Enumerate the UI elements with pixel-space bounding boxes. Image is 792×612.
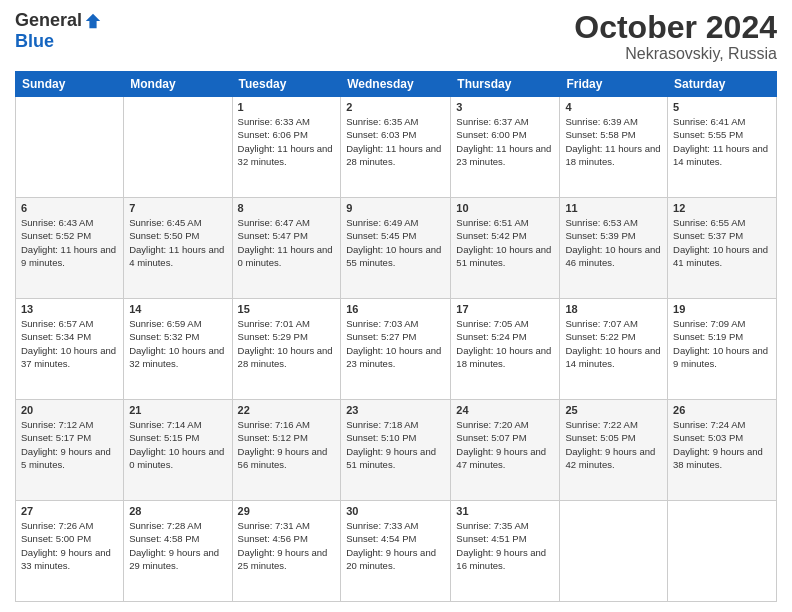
day-number: 26 [673,404,771,416]
day-number: 6 [21,202,118,214]
day-info: Sunrise: 7:35 AMSunset: 4:51 PMDaylight:… [456,519,554,572]
logo-general: General [15,10,82,31]
day-cell: 11Sunrise: 6:53 AMSunset: 5:39 PMDayligh… [560,198,668,299]
day-cell: 2Sunrise: 6:35 AMSunset: 6:03 PMDaylight… [341,97,451,198]
day-number: 1 [238,101,336,113]
day-cell: 12Sunrise: 6:55 AMSunset: 5:37 PMDayligh… [668,198,777,299]
logo: General Blue [15,10,102,52]
day-number: 2 [346,101,445,113]
day-info: Sunrise: 6:43 AMSunset: 5:52 PMDaylight:… [21,216,118,269]
day-cell: 23Sunrise: 7:18 AMSunset: 5:10 PMDayligh… [341,400,451,501]
weekday-header-friday: Friday [560,72,668,97]
day-cell: 29Sunrise: 7:31 AMSunset: 4:56 PMDayligh… [232,501,341,602]
day-info: Sunrise: 6:33 AMSunset: 6:06 PMDaylight:… [238,115,336,168]
day-number: 17 [456,303,554,315]
day-info: Sunrise: 7:18 AMSunset: 5:10 PMDaylight:… [346,418,445,471]
day-cell: 19Sunrise: 7:09 AMSunset: 5:19 PMDayligh… [668,299,777,400]
day-cell: 5Sunrise: 6:41 AMSunset: 5:55 PMDaylight… [668,97,777,198]
day-number: 13 [21,303,118,315]
week-row-4: 27Sunrise: 7:26 AMSunset: 5:00 PMDayligh… [16,501,777,602]
day-cell: 27Sunrise: 7:26 AMSunset: 5:00 PMDayligh… [16,501,124,602]
weekday-header-tuesday: Tuesday [232,72,341,97]
day-info: Sunrise: 6:59 AMSunset: 5:32 PMDaylight:… [129,317,226,370]
day-info: Sunrise: 6:57 AMSunset: 5:34 PMDaylight:… [21,317,118,370]
day-number: 4 [565,101,662,113]
day-info: Sunrise: 7:20 AMSunset: 5:07 PMDaylight:… [456,418,554,471]
week-row-2: 13Sunrise: 6:57 AMSunset: 5:34 PMDayligh… [16,299,777,400]
day-cell [668,501,777,602]
page: General Blue October 2024 Nekrasovskiy, … [0,0,792,612]
day-number: 14 [129,303,226,315]
day-info: Sunrise: 7:07 AMSunset: 5:22 PMDaylight:… [565,317,662,370]
day-cell: 14Sunrise: 6:59 AMSunset: 5:32 PMDayligh… [124,299,232,400]
day-number: 12 [673,202,771,214]
day-info: Sunrise: 6:47 AMSunset: 5:47 PMDaylight:… [238,216,336,269]
day-number: 18 [565,303,662,315]
weekday-header-saturday: Saturday [668,72,777,97]
header: General Blue October 2024 Nekrasovskiy, … [15,10,777,63]
day-info: Sunrise: 7:22 AMSunset: 5:05 PMDaylight:… [565,418,662,471]
day-number: 22 [238,404,336,416]
day-number: 25 [565,404,662,416]
day-info: Sunrise: 6:35 AMSunset: 6:03 PMDaylight:… [346,115,445,168]
calendar-table: SundayMondayTuesdayWednesdayThursdayFrid… [15,71,777,602]
day-info: Sunrise: 7:26 AMSunset: 5:00 PMDaylight:… [21,519,118,572]
day-number: 30 [346,505,445,517]
day-info: Sunrise: 6:53 AMSunset: 5:39 PMDaylight:… [565,216,662,269]
day-info: Sunrise: 6:49 AMSunset: 5:45 PMDaylight:… [346,216,445,269]
weekday-header-wednesday: Wednesday [341,72,451,97]
day-number: 9 [346,202,445,214]
day-cell: 1Sunrise: 6:33 AMSunset: 6:06 PMDaylight… [232,97,341,198]
day-number: 28 [129,505,226,517]
day-info: Sunrise: 6:55 AMSunset: 5:37 PMDaylight:… [673,216,771,269]
day-cell: 3Sunrise: 6:37 AMSunset: 6:00 PMDaylight… [451,97,560,198]
day-number: 8 [238,202,336,214]
day-cell: 28Sunrise: 7:28 AMSunset: 4:58 PMDayligh… [124,501,232,602]
day-info: Sunrise: 7:24 AMSunset: 5:03 PMDaylight:… [673,418,771,471]
day-cell: 10Sunrise: 6:51 AMSunset: 5:42 PMDayligh… [451,198,560,299]
day-number: 24 [456,404,554,416]
day-info: Sunrise: 6:45 AMSunset: 5:50 PMDaylight:… [129,216,226,269]
title-block: October 2024 Nekrasovskiy, Russia [574,10,777,63]
day-info: Sunrise: 7:05 AMSunset: 5:24 PMDaylight:… [456,317,554,370]
day-cell: 13Sunrise: 6:57 AMSunset: 5:34 PMDayligh… [16,299,124,400]
day-info: Sunrise: 7:28 AMSunset: 4:58 PMDaylight:… [129,519,226,572]
week-row-3: 20Sunrise: 7:12 AMSunset: 5:17 PMDayligh… [16,400,777,501]
day-info: Sunrise: 7:31 AMSunset: 4:56 PMDaylight:… [238,519,336,572]
day-cell: 26Sunrise: 7:24 AMSunset: 5:03 PMDayligh… [668,400,777,501]
day-cell: 30Sunrise: 7:33 AMSunset: 4:54 PMDayligh… [341,501,451,602]
day-number: 23 [346,404,445,416]
day-cell [124,97,232,198]
day-number: 5 [673,101,771,113]
day-number: 7 [129,202,226,214]
day-number: 15 [238,303,336,315]
day-cell: 15Sunrise: 7:01 AMSunset: 5:29 PMDayligh… [232,299,341,400]
day-number: 20 [21,404,118,416]
logo-blue: Blue [15,31,54,52]
weekday-header-thursday: Thursday [451,72,560,97]
day-info: Sunrise: 7:09 AMSunset: 5:19 PMDaylight:… [673,317,771,370]
day-info: Sunrise: 7:03 AMSunset: 5:27 PMDaylight:… [346,317,445,370]
weekday-header-monday: Monday [124,72,232,97]
day-cell [16,97,124,198]
day-cell: 16Sunrise: 7:03 AMSunset: 5:27 PMDayligh… [341,299,451,400]
week-row-0: 1Sunrise: 6:33 AMSunset: 6:06 PMDaylight… [16,97,777,198]
day-number: 27 [21,505,118,517]
day-cell: 7Sunrise: 6:45 AMSunset: 5:50 PMDaylight… [124,198,232,299]
day-info: Sunrise: 7:01 AMSunset: 5:29 PMDaylight:… [238,317,336,370]
day-cell: 18Sunrise: 7:07 AMSunset: 5:22 PMDayligh… [560,299,668,400]
weekday-header-sunday: Sunday [16,72,124,97]
location: Nekrasovskiy, Russia [574,45,777,63]
day-cell: 6Sunrise: 6:43 AMSunset: 5:52 PMDaylight… [16,198,124,299]
day-number: 10 [456,202,554,214]
day-info: Sunrise: 7:16 AMSunset: 5:12 PMDaylight:… [238,418,336,471]
weekday-header-row: SundayMondayTuesdayWednesdayThursdayFrid… [16,72,777,97]
day-info: Sunrise: 7:14 AMSunset: 5:15 PMDaylight:… [129,418,226,471]
day-cell [560,501,668,602]
day-cell: 25Sunrise: 7:22 AMSunset: 5:05 PMDayligh… [560,400,668,501]
day-cell: 22Sunrise: 7:16 AMSunset: 5:12 PMDayligh… [232,400,341,501]
day-info: Sunrise: 6:41 AMSunset: 5:55 PMDaylight:… [673,115,771,168]
day-info: Sunrise: 6:39 AMSunset: 5:58 PMDaylight:… [565,115,662,168]
day-number: 31 [456,505,554,517]
day-cell: 8Sunrise: 6:47 AMSunset: 5:47 PMDaylight… [232,198,341,299]
